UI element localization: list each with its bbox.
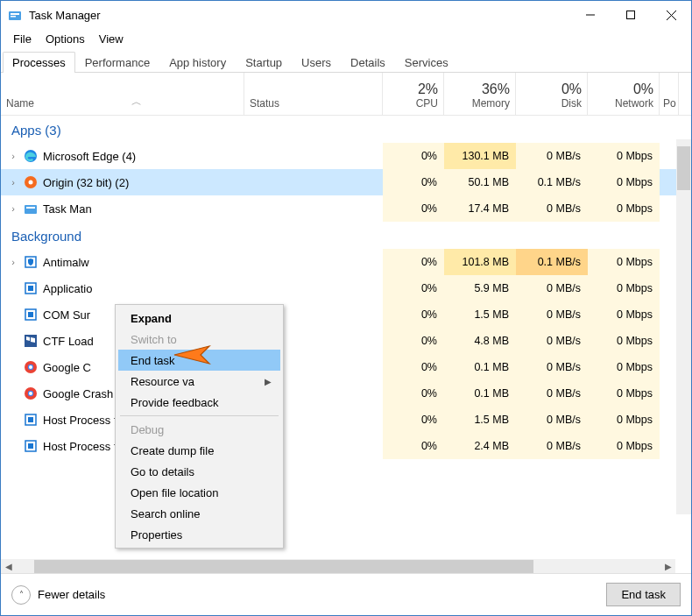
- app-icon: [8, 8, 22, 22]
- process-icon: [24, 413, 38, 427]
- col-cpu[interactable]: 2%CPU: [383, 73, 444, 115]
- process-row[interactable]: ›Origin (32 bit) (2)0%50.1 MB0.1 MB/s0 M…: [1, 169, 691, 195]
- network-cell: 0 Mbps: [588, 143, 660, 169]
- svg-rect-16: [28, 312, 33, 317]
- column-headers: Name ︿ Status 2%CPU 36%Memory 0%Disk 0%N…: [1, 73, 691, 116]
- menu-options[interactable]: Options: [39, 31, 92, 47]
- svg-rect-2: [11, 16, 16, 18]
- ctx-separator: [120, 415, 279, 416]
- end-task-button[interactable]: End task: [606, 583, 681, 606]
- task-manager-window: Task Manager File Options View Processes…: [0, 0, 692, 616]
- process-icon: [24, 334, 38, 348]
- network-cell: 0 Mbps: [588, 380, 660, 407]
- svg-point-9: [29, 181, 33, 185]
- minimize-button[interactable]: [570, 1, 611, 29]
- ctx-search-online[interactable]: Search online: [118, 503, 280, 524]
- process-row[interactable]: Google Crash Handler (32 bit)0%0.1 MB0 M…: [1, 380, 691, 407]
- scroll-left-icon[interactable]: ◀: [1, 559, 16, 574]
- fewer-details-button[interactable]: ˄ Fewer details: [11, 585, 105, 605]
- process-row[interactable]: Host Process for Windows Tasks0%1.5 MB0 …: [1, 407, 691, 433]
- process-name: COM Sur: [43, 308, 90, 322]
- tab-details[interactable]: Details: [341, 52, 395, 73]
- memory-cell: 17.4 MB: [444, 195, 516, 222]
- expand-chevron-icon[interactable]: ›: [6, 177, 20, 188]
- scroll-right-icon[interactable]: ▶: [660, 559, 675, 574]
- memory-cell: 1.5 MB: [444, 301, 516, 328]
- tab-processes[interactable]: Processes: [3, 52, 75, 73]
- menu-view[interactable]: View: [92, 31, 131, 47]
- sort-indicator-icon: ︿: [34, 95, 238, 110]
- network-cell: 0 Mbps: [588, 354, 660, 380]
- tab-strip: ProcessesPerformanceApp historyStartupUs…: [1, 48, 691, 73]
- network-cell: 0 Mbps: [588, 328, 660, 354]
- ctx-create-dump[interactable]: Create dump file: [118, 440, 280, 461]
- process-name: Applicatio: [43, 282, 92, 295]
- cpu-cell: 0%: [383, 143, 444, 169]
- maximize-button[interactable]: [611, 1, 651, 29]
- process-icon: [24, 308, 38, 322]
- scrollbar-thumb[interactable]: [677, 146, 690, 190]
- process-name: Antimalw: [43, 256, 89, 269]
- memory-cell: 2.4 MB: [444, 433, 516, 459]
- process-icon: [24, 360, 38, 374]
- close-button[interactable]: [651, 1, 691, 29]
- process-icon: [24, 386, 38, 400]
- vertical-scrollbar[interactable]: [676, 139, 691, 514]
- disk-cell: 0 MB/s: [516, 143, 588, 169]
- ctx-open-location[interactable]: Open file location: [118, 482, 280, 503]
- scrollbar-thumb[interactable]: [34, 560, 533, 573]
- process-row[interactable]: Applicatio0%5.9 MB0 MB/s0 Mbps: [1, 275, 691, 301]
- disk-cell: 0 MB/s: [516, 380, 588, 407]
- process-row[interactable]: CTF Load0%4.8 MB0 MB/s0 Mbps: [1, 328, 691, 354]
- process-row[interactable]: ›Task Man0%17.4 MB0 MB/s0 Mbps: [1, 195, 691, 222]
- menubar: File Options View: [1, 29, 691, 48]
- cursor-arrow-icon: [173, 336, 216, 377]
- chevron-up-icon: ˄: [11, 585, 31, 605]
- col-overflow[interactable]: 0Po: [660, 73, 679, 115]
- tab-app-history[interactable]: App history: [159, 52, 236, 73]
- col-disk[interactable]: 0%Disk: [516, 73, 588, 115]
- expand-chevron-icon[interactable]: ›: [6, 203, 20, 214]
- ctx-go-to-details[interactable]: Go to details: [118, 461, 280, 482]
- col-memory[interactable]: 36%Memory: [444, 73, 516, 115]
- cpu-cell: 0%: [383, 249, 444, 275]
- ctx-expand[interactable]: Expand: [118, 308, 280, 329]
- group-apps[interactable]: Apps (3): [1, 116, 691, 143]
- process-row[interactable]: ›Microsoft Edge (4)0%130.1 MB0 MB/s0 Mbp…: [1, 143, 691, 169]
- col-network[interactable]: 0%Network: [588, 73, 660, 115]
- process-row[interactable]: COM Sur0%1.5 MB0 MB/s0 Mbps: [1, 301, 691, 328]
- cpu-cell: 0%: [383, 328, 444, 354]
- svg-rect-4: [627, 11, 635, 19]
- ctx-debug[interactable]: Debug: [118, 419, 280, 440]
- process-row[interactable]: Host Process for Windows Tasks0%2.4 MB0 …: [1, 433, 691, 459]
- ctx-provide-feedback[interactable]: Provide feedback: [118, 392, 280, 413]
- process-icon: [24, 281, 38, 295]
- ctx-properties[interactable]: Properties: [118, 524, 280, 545]
- disk-cell: 0 MB/s: [516, 354, 588, 380]
- tab-startup[interactable]: Startup: [236, 52, 292, 73]
- disk-cell: 0 MB/s: [516, 301, 588, 328]
- process-row[interactable]: ›Antimalw0%101.8 MB0.1 MB/s0 Mbps: [1, 249, 691, 275]
- col-status[interactable]: Status: [244, 73, 383, 115]
- svg-rect-1: [11, 13, 19, 15]
- expand-chevron-icon[interactable]: ›: [6, 151, 20, 161]
- process-row[interactable]: Google C0%0.1 MB0 MB/s0 Mbps: [1, 354, 691, 380]
- memory-cell: 0.1 MB: [444, 380, 516, 407]
- tab-users[interactable]: Users: [292, 52, 341, 73]
- network-cell: 0 Mbps: [588, 301, 660, 328]
- memory-cell: 101.8 MB: [444, 249, 516, 275]
- svg-rect-14: [28, 286, 33, 291]
- horizontal-scrollbar[interactable]: ◀ ▶: [1, 559, 675, 574]
- tab-performance[interactable]: Performance: [75, 52, 159, 73]
- cpu-cell: 0%: [383, 433, 444, 459]
- tab-services[interactable]: Services: [395, 52, 458, 73]
- group-background[interactable]: Background: [1, 222, 691, 249]
- memory-cell: 1.5 MB: [444, 407, 516, 433]
- disk-cell: 0 MB/s: [516, 328, 588, 354]
- network-cell: 0 Mbps: [588, 249, 660, 275]
- svg-point-23: [29, 392, 32, 395]
- expand-chevron-icon[interactable]: ›: [6, 257, 20, 267]
- cpu-cell: 0%: [383, 354, 444, 380]
- menu-file[interactable]: File: [6, 31, 39, 47]
- col-name[interactable]: Name ︿: [1, 73, 244, 115]
